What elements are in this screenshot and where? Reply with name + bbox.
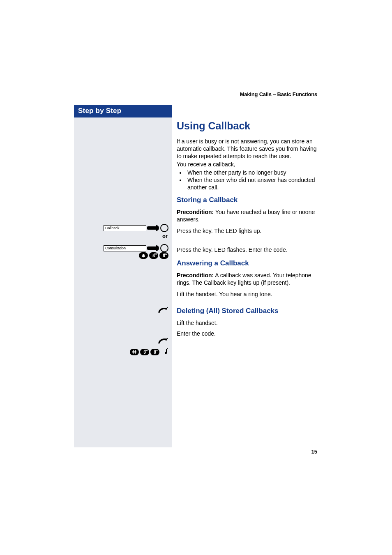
dial-key-star: ✱ bbox=[139, 252, 148, 259]
key-row-consultation: Consultation bbox=[104, 244, 168, 252]
deleting-step2: Enter the code. bbox=[177, 330, 317, 337]
intro-bullets: When the other party is no longer busy W… bbox=[177, 169, 317, 191]
dial-key-8: 8tuv bbox=[159, 252, 168, 259]
handset-row-answer bbox=[158, 306, 168, 315]
tone-icon bbox=[163, 348, 168, 357]
sidebar-title: Step by Step bbox=[74, 105, 172, 117]
page-number: 15 bbox=[311, 449, 317, 455]
answering-precondition: Precondition: A callback was saved. Your… bbox=[177, 272, 317, 286]
code-delete: 5jkl 8tuv bbox=[130, 348, 168, 357]
dial-key-5: 5jkl bbox=[140, 349, 149, 355]
dial-key-5: 5jkl bbox=[149, 252, 158, 259]
led-icon bbox=[147, 244, 168, 252]
handset-row-delete bbox=[158, 337, 168, 346]
bullet-item: When the other party is no longer busy bbox=[186, 169, 317, 176]
deleting-title: Deleting (All) Stored Callbacks bbox=[177, 307, 317, 315]
svg-line-3 bbox=[135, 350, 136, 354]
or-label: or bbox=[162, 233, 168, 239]
answering-title: Answering a Callback bbox=[177, 259, 317, 267]
storing-step1: Press the key. The LED lights up. bbox=[177, 227, 317, 235]
precond-label: Precondition: bbox=[177, 272, 214, 279]
main-content: Using Callback If a user is busy or is n… bbox=[172, 105, 317, 447]
bullet-item: When the user who did not answer has con… bbox=[186, 176, 317, 191]
section-title: Making Calls – Basic Functions bbox=[240, 91, 317, 97]
led-icon bbox=[147, 224, 168, 232]
dial-key-8: 8tuv bbox=[150, 349, 159, 355]
intro-paragraph-2: You receive a callback, bbox=[177, 161, 317, 168]
key-label-consultation: Consultation bbox=[104, 245, 146, 251]
deleting-step1: Lift the handset. bbox=[177, 319, 317, 327]
storing-precondition: Precondition: You have reached a busy li… bbox=[177, 208, 317, 223]
handset-icon bbox=[158, 337, 168, 346]
running-header: Making Calls – Basic Functions bbox=[74, 91, 317, 100]
handset-icon bbox=[158, 306, 168, 315]
answering-step1: Lift the handset. You hear a ring tone. bbox=[177, 290, 317, 298]
svg-line-2 bbox=[133, 350, 134, 354]
page-title: Using Callback bbox=[177, 120, 317, 132]
storing-title: Storing a Callback bbox=[177, 196, 317, 204]
intro-paragraph-1: If a user is busy or is not answering, y… bbox=[177, 138, 317, 160]
precond-label: Precondition: bbox=[177, 209, 214, 215]
key-row-callback: Callback bbox=[104, 224, 168, 232]
content-columns: Step by Step Callback or Consultation bbox=[74, 105, 317, 447]
storing-step2: Press the key. LED flashes. Enter the co… bbox=[177, 246, 317, 253]
code-store: ✱ 5jkl 8tuv bbox=[139, 252, 168, 259]
dial-key-hash bbox=[130, 349, 139, 355]
sidebar: Step by Step Callback or Consultation bbox=[74, 105, 172, 447]
key-label-callback: Callback bbox=[104, 225, 146, 231]
page: Making Calls – Basic Functions Step by S… bbox=[0, 0, 392, 555]
